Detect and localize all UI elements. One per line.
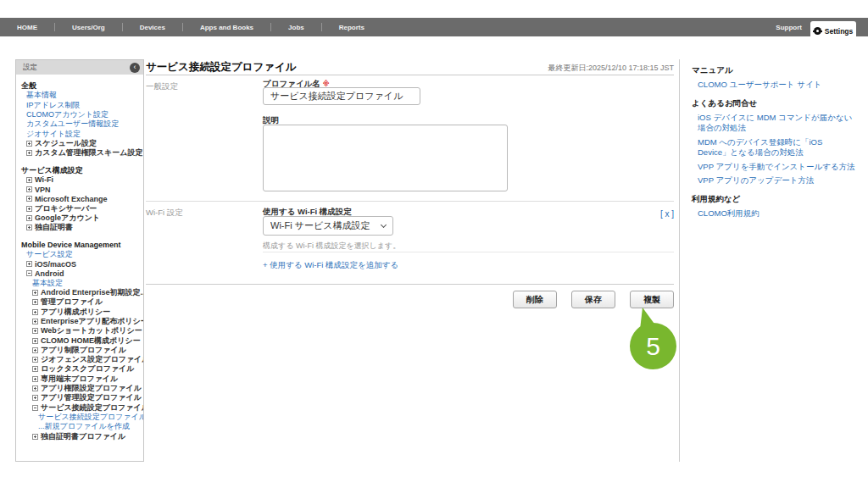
help-link[interactable]: CLOMO利用規約 (698, 208, 856, 219)
expand-icon[interactable] (26, 186, 32, 192)
sidebar-item-label: サービス設定 (26, 250, 73, 259)
sidebar-item[interactable]: カスタムユーザー情報設定 (16, 119, 143, 129)
profile-name-input[interactable] (263, 87, 420, 105)
sidebar-item[interactable]: プロキシサーバー (16, 204, 143, 214)
expand-icon[interactable] (32, 385, 38, 391)
collapse-node-icon[interactable] (26, 270, 32, 276)
sidebar-item[interactable]: Microsoft Exchange (16, 194, 143, 203)
help-panel: マニュアルCLOMO ユーザーサポート サイトよくあるお問合せiOS デバイスに… (679, 59, 861, 462)
help-link[interactable]: VPP アプリのアップデート方法 (698, 175, 856, 186)
sidebar-collapse-icon[interactable]: ‹ (130, 63, 140, 73)
sidebar-item-label: VPN (35, 186, 51, 194)
wifi-remove-link[interactable]: [ x ] (653, 209, 674, 219)
sidebar-item[interactable]: カスタム管理権限スキーム設定 (16, 148, 143, 158)
sidebar-item[interactable]: サービス接続設定プロファイル (16, 413, 143, 422)
expand-icon[interactable] (32, 338, 38, 344)
expand-icon[interactable] (26, 215, 32, 221)
top-nav-items: HOMEUsers/OrgDevicesApps and BooksJobsRe… (0, 18, 381, 36)
expand-icon[interactable] (32, 434, 38, 440)
add-wifi-config-link[interactable]: + 使用する Wi-Fi 構成設定を追加する (263, 260, 398, 271)
sidebar-item[interactable]: 独自証明書プロファイル (16, 431, 143, 441)
sidebar-item[interactable]: Android Enterprise初期設定... (16, 288, 143, 297)
sidebar-item[interactable]: IPアドレス制限 (16, 101, 143, 110)
sidebar-item[interactable]: 管理プロファイル (16, 297, 143, 307)
expand-icon[interactable] (32, 357, 38, 363)
sidebar-item: サービス構成設定 (16, 165, 143, 175)
nav-item-home[interactable]: HOME (0, 24, 54, 31)
expand-icon[interactable] (32, 376, 38, 382)
nav-item-devices[interactable]: Devices (123, 24, 182, 31)
sidebar-item[interactable]: Webショートカットポリシー (16, 326, 143, 336)
sidebar-item[interactable]: スケジュール設定 (16, 139, 143, 148)
sidebar-item[interactable]: ジオフェンス設定プロファイル (16, 355, 143, 364)
sidebar-spacer (16, 158, 143, 165)
expand-icon[interactable] (32, 309, 38, 315)
action-button-row: 削除 保存 複製 (146, 291, 674, 308)
expand-icon[interactable] (26, 141, 32, 147)
sidebar-item-label: カスタム管理権限スキーム設定 (35, 148, 142, 158)
expand-icon[interactable] (26, 196, 32, 202)
tab-settings[interactable]: Settings (810, 21, 856, 41)
sidebar-item[interactable]: 基本情報 (16, 91, 143, 100)
expand-icon[interactable] (32, 299, 38, 305)
sidebar-item[interactable]: 独自証明書 (16, 223, 143, 232)
sidebar-item[interactable]: ...新規プロファイルを作成 (16, 422, 143, 431)
sidebar-item[interactable]: アプリ構成ポリシー (16, 308, 143, 317)
expand-icon[interactable] (26, 177, 32, 183)
sidebar-item-label: CLOMO HOME構成ポリシー (41, 336, 141, 345)
collapse-node-icon[interactable] (32, 405, 38, 411)
sidebar-item[interactable]: サービス設定 (16, 250, 143, 259)
expand-icon[interactable] (32, 366, 38, 372)
save-button[interactable]: 保存 (571, 291, 615, 308)
sidebar-item[interactable]: Googleアカウント (16, 214, 143, 223)
sidebar-item[interactable]: Android (16, 269, 143, 278)
sidebar-item[interactable]: サービス接続設定プロファイル (16, 403, 143, 413)
sidebar-item[interactable]: VPN (16, 185, 143, 194)
sidebar-item[interactable]: 専用端末プロファイル (16, 374, 143, 384)
sidebar-item[interactable]: アプリ権限設定プロファイル (16, 384, 143, 393)
sidebar-item-label: プロキシサーバー (35, 204, 97, 214)
help-link[interactable]: CLOMO ユーザーサポート サイト (698, 80, 856, 91)
help-link[interactable]: VPP アプリを手動でインストールする方法 (698, 162, 856, 173)
expand-icon[interactable] (26, 261, 32, 267)
expand-icon[interactable] (32, 319, 38, 324)
expand-icon[interactable] (32, 290, 38, 296)
sidebar-spacer (16, 232, 143, 240)
expand-icon[interactable] (32, 395, 38, 401)
help-link[interactable]: MDM へのデバイス登録時に「iOS Device」となる場合の対処法 (698, 137, 856, 158)
sidebar-item[interactable]: CLOMOアカウント設定 (16, 110, 143, 119)
sidebar-item[interactable]: アプリ管理設定プロファイル (16, 393, 143, 402)
sidebar-item-label: カスタムユーザー情報設定 (26, 119, 119, 129)
expand-icon[interactable] (32, 328, 38, 334)
sidebar-item[interactable]: ロックタスクプロファイル (16, 364, 143, 374)
duplicate-button[interactable]: 複製 (630, 291, 674, 308)
wifi-config-selected-value: Wi-Fi サービス構成設定 (270, 219, 381, 232)
sidebar-item[interactable]: アプリ制限プロファイル (16, 346, 143, 355)
nav-item-apps-and-books[interactable]: Apps and Books (183, 24, 270, 31)
sidebar-item[interactable]: Enterpriseアプリ配布ポリシー (16, 317, 143, 326)
expand-icon[interactable] (26, 206, 32, 212)
sidebar-item[interactable]: iOS/macOS (16, 259, 143, 269)
expand-icon[interactable] (32, 347, 38, 353)
sidebar-item-label: Mobile Device Management (21, 241, 121, 249)
sidebar-item-label: アプリ権限設定プロファイル (41, 384, 142, 393)
expand-icon[interactable] (26, 150, 32, 156)
sidebar-item-label: サービス構成設定 (21, 165, 83, 175)
delete-button[interactable]: 削除 (513, 291, 557, 308)
sidebar-item-label: アプリ構成ポリシー (41, 308, 110, 317)
sidebar-item-label: ジオサイト設定 (26, 129, 81, 138)
nav-item-users-org[interactable]: Users/Org (55, 24, 122, 31)
sidebar-item[interactable]: Wi-Fi (16, 175, 143, 185)
sidebar-item[interactable]: CLOMO HOME構成ポリシー (16, 336, 143, 345)
expand-icon[interactable] (26, 225, 32, 230)
sidebar-item-label: CLOMOアカウント設定 (26, 110, 108, 119)
sidebar-item[interactable]: ジオサイト設定 (16, 129, 143, 138)
nav-item-reports[interactable]: Reports (322, 24, 381, 31)
wifi-config-select[interactable]: Wi-Fi サービス構成設定 (263, 216, 393, 236)
sidebar-item-label: 基本設定 (32, 279, 63, 288)
sidebar-item[interactable]: 基本設定 (16, 279, 143, 288)
description-textarea[interactable] (263, 125, 508, 191)
sidebar-tree: 全般基本情報IPアドレス制限CLOMOアカウント設定カスタムユーザー情報設定ジオ… (16, 75, 143, 441)
nav-item-jobs[interactable]: Jobs (271, 24, 321, 31)
help-link[interactable]: iOS デバイスに MDM コマンドが届かない場合の対処法 (698, 113, 856, 134)
